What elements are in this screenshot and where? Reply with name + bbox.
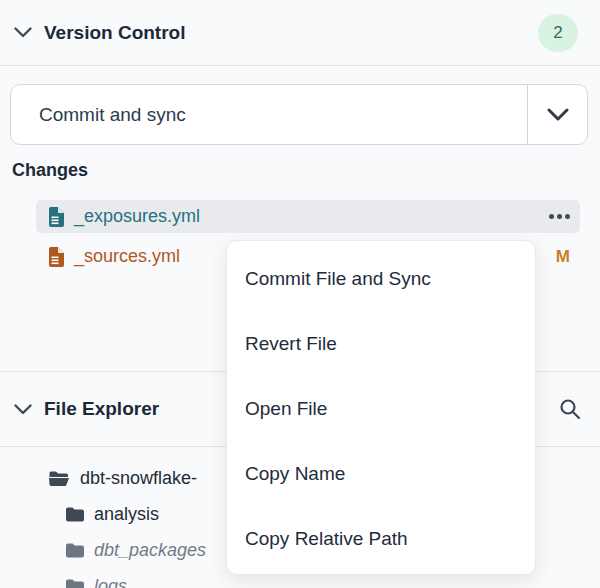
folder-icon [66,507,84,522]
changed-file-name: _exposures.yml [74,206,200,227]
file-explorer-title: File Explorer [44,398,159,420]
dropdown-chevron-icon[interactable] [527,85,587,144]
menu-item-open-file[interactable]: Open File [227,376,535,441]
file-context-menu: Commit File and Sync Revert File Open Fi… [226,240,536,575]
changed-file-row-exposures[interactable]: _exposures.yml [36,200,580,233]
commit-action-label: Commit and sync [11,85,527,144]
commit-action-dropdown[interactable]: Commit and sync [10,84,588,145]
folder-icon [66,543,84,558]
menu-item-copy-name[interactable]: Copy Name [227,441,535,506]
changes-count-badge: 2 [538,14,578,52]
tree-item-label: dbt_packages [94,540,206,561]
menu-item-copy-relative-path[interactable]: Copy Relative Path [227,506,535,571]
chevron-down-icon[interactable] [14,404,32,415]
changed-file-name: _sources.yml [74,246,180,267]
version-control-title: Version Control [44,22,185,44]
yml-file-icon [48,207,64,227]
search-icon[interactable] [558,397,582,421]
file-options-ellipsis-icon[interactable] [549,214,570,219]
chevron-down-icon[interactable] [14,27,32,38]
header-divider [0,65,600,66]
menu-item-commit-file-and-sync[interactable]: Commit File and Sync [227,246,535,311]
folder-icon [66,579,84,588]
version-control-header[interactable]: Version Control 2 [0,0,600,65]
tree-item-label: dbt-snowflake- [80,468,197,489]
yml-file-icon [48,247,64,267]
tree-item-label: logs [94,576,127,588]
changes-section-label: Changes [12,160,88,181]
folder-open-icon [48,470,70,487]
menu-item-revert-file[interactable]: Revert File [227,311,535,376]
modified-status-badge: M [556,247,570,267]
tree-item-label: analysis [94,504,159,525]
